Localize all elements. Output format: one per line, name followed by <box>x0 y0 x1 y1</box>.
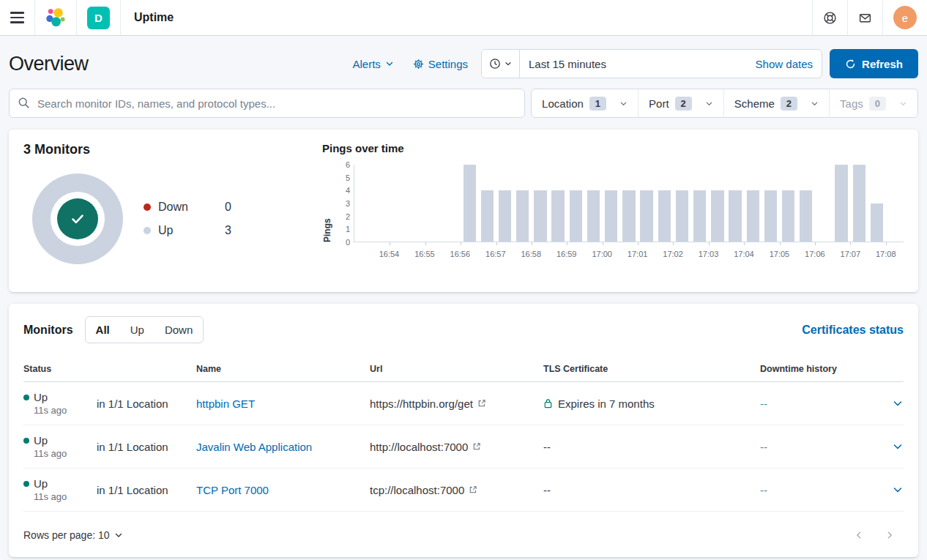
legend-down-value: 0 <box>225 201 231 214</box>
down-dot-icon <box>144 204 151 211</box>
filter-tags: Tags 0 <box>830 89 917 117</box>
monitor-url-link[interactable]: https://httpbin.org/get <box>370 397 543 410</box>
refresh-icon <box>845 59 856 70</box>
table-row: Up 11s ago in 1/1 Location httpbin GET h… <box>23 382 904 425</box>
filter-tags-label: Tags <box>840 97 863 110</box>
breadcrumb-app-title[interactable]: Uptime <box>131 11 174 24</box>
last-check-time: 11s ago <box>23 405 97 416</box>
pings-plot <box>354 165 904 242</box>
y-axis-ticks: 0123456 <box>335 165 350 242</box>
external-link-icon <box>469 485 477 494</box>
status-donut-chart <box>32 173 123 264</box>
filter-location-count: 1 <box>589 97 606 111</box>
chevron-down-icon <box>899 100 907 108</box>
page-header: Overview Alerts Settings <box>9 49 918 78</box>
legend-up-value: 3 <box>225 224 231 237</box>
quick-select-button[interactable] <box>482 50 520 78</box>
url-text: http://localhost:7000 <box>370 441 468 453</box>
table-footer: Rows per page: 10 <box>23 525 904 547</box>
clock-icon <box>489 58 501 70</box>
refresh-button[interactable]: Refresh <box>830 49 918 78</box>
elastic-logo-icon <box>45 7 66 28</box>
time-range-value[interactable]: Last 15 minutes <box>520 58 747 70</box>
monitors-panel: Monitors All Up Down Certificates status… <box>9 304 918 557</box>
chevron-down-icon <box>892 441 904 452</box>
space-badge[interactable]: D <box>87 7 110 29</box>
location-text: in 1/1 Location <box>97 397 196 410</box>
certificates-status-link[interactable]: Certificates status <box>802 324 904 337</box>
settings-label: Settings <box>428 58 468 70</box>
next-page-button[interactable] <box>885 530 895 540</box>
monitor-name-link[interactable]: httpbin GET <box>196 397 255 410</box>
chevron-down-icon <box>619 100 628 108</box>
rows-per-page-label: Rows per page: 10 <box>23 529 110 541</box>
legend-item-down: Down 0 <box>144 201 231 214</box>
check-icon <box>68 209 87 228</box>
expand-row-button[interactable] <box>876 397 904 409</box>
filter-scheme-label: Scheme <box>734 97 775 110</box>
space-selector[interactable]: D <box>77 0 121 35</box>
status-text: Up <box>34 391 48 403</box>
search-box <box>9 89 525 118</box>
rows-per-page-button[interactable]: Rows per page: 10 <box>23 529 123 541</box>
url-text: tcp://localhost:7000 <box>370 484 464 496</box>
settings-button[interactable]: Settings <box>407 53 474 75</box>
tls-text: -- <box>543 484 551 496</box>
show-dates-button[interactable]: Show dates <box>747 58 822 70</box>
filter-location[interactable]: Location 1 <box>532 89 639 117</box>
time-range-picker: Last 15 minutes Show dates <box>481 49 822 78</box>
tab-all[interactable]: All <box>86 317 120 343</box>
monitor-name-link[interactable]: TCP Port 7000 <box>196 484 269 496</box>
tls-text: -- <box>543 441 551 453</box>
previous-page-button[interactable] <box>854 530 864 540</box>
filter-scheme[interactable]: Scheme 2 <box>724 89 830 117</box>
tab-up[interactable]: Up <box>120 317 154 343</box>
monitors-table: Status Name Url TLS Certificate Downtime… <box>23 359 904 512</box>
filter-port[interactable]: Port 2 <box>639 89 724 117</box>
col-downtime: Downtime history <box>760 364 876 374</box>
chevron-down-icon <box>892 484 904 496</box>
table-header-row: Status Name Url TLS Certificate Downtime… <box>23 359 904 382</box>
monitor-url-link[interactable]: tcp://localhost:7000 <box>370 484 543 496</box>
col-name: Name <box>196 364 370 374</box>
gear-icon <box>413 59 424 70</box>
hamburger-menu-icon[interactable] <box>10 12 24 23</box>
help-icon <box>823 11 837 25</box>
status-text: Up <box>34 477 48 490</box>
downtime-history: -- <box>760 441 876 453</box>
col-status: Status <box>23 364 97 374</box>
chevron-down-icon <box>892 397 904 409</box>
chevron-down-icon <box>114 531 123 540</box>
external-link-icon <box>472 442 481 451</box>
avatar[interactable]: e <box>893 6 917 29</box>
location-text: in 1/1 Location <box>97 441 196 453</box>
last-check-time: 11s ago <box>23 491 97 502</box>
legend-item-up: Up 3 <box>144 224 231 237</box>
expand-row-button[interactable] <box>876 441 904 452</box>
expand-row-button[interactable] <box>876 484 904 496</box>
search-icon <box>18 97 30 109</box>
external-link-icon <box>477 399 486 408</box>
user-menu-button[interactable]: e <box>882 0 927 35</box>
monitor-name-link[interactable]: Javalin Web Application <box>196 441 312 453</box>
col-url: Url <box>370 364 543 374</box>
chevron-right-icon <box>885 530 895 540</box>
search-input[interactable] <box>9 89 525 118</box>
newsfeed-button[interactable] <box>847 0 882 35</box>
filter-tags-count: 0 <box>869 97 886 111</box>
filter-scheme-count: 2 <box>781 97 797 111</box>
page-title: Overview <box>9 53 339 75</box>
monitor-url-link[interactable]: http://localhost:7000 <box>370 441 543 453</box>
help-menu-button[interactable] <box>812 0 847 35</box>
donut-legend: Down 0 Up 3 <box>144 201 231 237</box>
pings-chart: Pings over time Pings 0123456 16:5416:55… <box>322 142 904 280</box>
elastic-logo[interactable] <box>35 0 77 35</box>
filter-port-label: Port <box>649 97 669 110</box>
chevron-down-icon <box>385 59 394 68</box>
alerts-dropdown-button[interactable]: Alerts <box>346 53 399 75</box>
tab-down[interactable]: Down <box>154 317 203 343</box>
all-up-indicator <box>57 198 98 239</box>
chevron-down-icon <box>811 100 819 108</box>
up-status-dot-icon <box>23 395 29 400</box>
alerts-label: Alerts <box>352 58 380 70</box>
